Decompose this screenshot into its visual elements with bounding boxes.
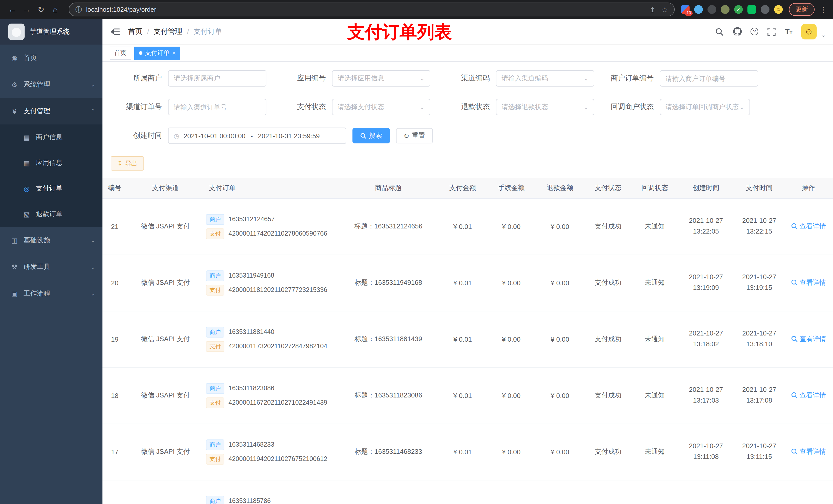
notify-status: 未通知 [632, 255, 677, 311]
bookmark-star-icon[interactable]: ☆ [662, 5, 668, 14]
sidebar-item-refund-order[interactable]: ▧ 退款订单 [0, 201, 102, 227]
extension-icon[interactable] [708, 5, 716, 14]
refund-status-select[interactable]: 请选择退款状态 ⌄ [496, 99, 594, 115]
notify-status-select[interactable]: 请选择订单回调商户状态 ⌄ [660, 99, 750, 115]
actions-cell: 查看详情 [784, 480, 833, 504]
pay-channel: 微信 JSAPI 支付 [127, 198, 204, 255]
pay-amount: ¥ 0.01 [438, 255, 487, 311]
share-icon[interactable]: ↥ [649, 5, 655, 14]
select-placeholder: 请选择订单回调商户状态 [665, 102, 739, 112]
actions-cell: 查看详情 [784, 367, 833, 424]
extension-icon[interactable] [694, 5, 703, 14]
channel-code-select[interactable]: 请输入渠道编码 ⌄ [496, 70, 594, 87]
extension-icon[interactable] [721, 5, 730, 14]
breadcrumb: 首页 / 支付管理 / 支付订单 [128, 27, 222, 36]
create-clock: 13:18:02 [679, 339, 733, 350]
view-detail-label: 查看详情 [800, 278, 826, 287]
breadcrumb-home[interactable]: 首页 [128, 27, 142, 36]
view-detail-link[interactable]: 查看详情 [791, 447, 826, 456]
title-value: 1635312124656 [374, 222, 422, 230]
sidebar-item-infra[interactable]: ◫ 基础设施 ⌄ [0, 227, 102, 254]
view-detail-link[interactable]: 查看详情 [791, 222, 826, 231]
pay-amount: ¥ 0.01 [438, 311, 487, 367]
sidebar-item-pay[interactable]: ¥ 支付管理 ⌃ [0, 98, 102, 124]
page-annotation: 支付订单列表 [347, 21, 452, 44]
chevron-down-icon: ⌄ [739, 103, 744, 111]
product-title: 标题：1635311881439 [338, 311, 438, 367]
user-avatar[interactable]: ☺ [801, 24, 817, 39]
breadcrumb-pay[interactable]: 支付管理 [154, 27, 182, 36]
sidebar-item-merchant-info[interactable]: ▤ 商户信息 [0, 124, 102, 150]
pay-clock: 13:11:15 [737, 452, 782, 462]
filter-label: 创建时间 [111, 131, 168, 140]
check-icon: ✓ [734, 5, 743, 14]
table-body: 21 微信 JSAPI 支付 商户 1635312124657 支付 [102, 198, 833, 504]
target-icon: ◎ [23, 185, 31, 192]
sidebar-item-devtools[interactable]: ⚒ 研发工具 ⌄ [0, 254, 102, 280]
browser-back-button[interactable]: ← [5, 2, 20, 17]
sidebar-logo[interactable]: 芋道管理系统 [0, 19, 102, 45]
merchant-select[interactable]: 请选择所属商户 [168, 70, 266, 87]
title-prefix: 标题： [355, 391, 375, 399]
sidebar-item-label: 商户信息 [36, 133, 63, 142]
close-icon[interactable]: × [172, 49, 176, 56]
create-date: 2021-10-27 [679, 272, 733, 283]
tag-pay-order[interactable]: 支付订单 × [134, 46, 180, 60]
font-size-icon[interactable]: TT [785, 28, 792, 35]
create-time-range-picker[interactable]: ◷ 2021-10-01 00:00:00 - 2021-10-31 23:59… [168, 127, 346, 144]
title-prefix: 标题： [355, 335, 375, 343]
address-bar[interactable]: ⓘ localhost:1024/pay/order ↥ ☆ [69, 3, 675, 16]
merchant-order-no-input[interactable] [660, 70, 758, 87]
channel-order-no: 4200001181202110277723215336 [229, 286, 327, 293]
browser-reload-button[interactable]: ↻ [34, 2, 48, 17]
pay-channel: 微信 JSAPI 支付 [127, 367, 204, 424]
search-button[interactable]: 搜索 [353, 128, 390, 143]
chrome-update-button[interactable]: 更新 [789, 3, 814, 16]
view-detail-link[interactable]: 查看详情 [791, 334, 826, 344]
sidebar-item-workflow[interactable]: ▣ 工作流程 ⌄ [0, 280, 102, 307]
browser-menu-icon[interactable]: ⋮ [819, 5, 828, 14]
view-detail-link[interactable]: 查看详情 [791, 391, 826, 400]
pay-amount: ¥ 0.01 [438, 424, 487, 480]
export-button[interactable]: ↧ 导出 [111, 156, 144, 171]
sidebar-item-label: 系统管理 [24, 80, 50, 89]
select-placeholder: 请选择应用信息 [338, 74, 420, 83]
product-title: 标题：1635311949168 [338, 255, 438, 311]
product-title: 标题： [338, 480, 438, 504]
sidebar-item-pay-order[interactable]: ◎ 支付订单 [0, 176, 102, 201]
search-icon[interactable] [715, 27, 724, 36]
github-icon[interactable] [733, 27, 742, 36]
sidebar-item-app-info[interactable]: ▦ 应用信息 [0, 150, 102, 176]
avatar-caret-icon[interactable]: ⌄ [821, 31, 826, 39]
sidebar-item-system[interactable]: ⚙ 系统管理 ⌄ [0, 71, 102, 98]
view-detail-link[interactable]: 查看详情 [791, 278, 826, 287]
tag-home[interactable]: 首页 [110, 46, 131, 60]
pay-time: 2021-10-27 13:22:15 [735, 198, 784, 255]
extension-icon[interactable]: 10 [681, 5, 690, 14]
merchant-tag: 商户 [206, 270, 224, 281]
browser-forward-button[interactable]: → [20, 2, 34, 17]
extension-icon[interactable] [747, 5, 756, 14]
title-prefix: 标题： [355, 279, 375, 286]
help-icon[interactable]: ? [751, 28, 758, 35]
fee-amount: ¥ 0.00 [487, 367, 536, 424]
fullscreen-icon[interactable] [767, 27, 776, 36]
clock-icon: ◷ [174, 132, 180, 140]
channel-order-no: 4200001174202110278060590766 [229, 230, 327, 237]
sidebar-toggle-icon[interactable] [110, 26, 121, 37]
site-info-icon[interactable]: ⓘ [75, 5, 82, 14]
extension-icon[interactable]: ✓ [734, 5, 743, 14]
table-row: 19 微信 JSAPI 支付 商户 1635311881440 支付 [102, 311, 833, 367]
app-select[interactable]: 请选择应用信息 ⌄ [332, 70, 430, 87]
pay-status-select[interactable]: 请选择支付状态 ⌄ [332, 99, 430, 115]
pin-icon[interactable] [761, 5, 769, 14]
browser-home-button[interactable]: ⌂ [48, 2, 63, 17]
profile-avatar-icon[interactable]: ☺ [774, 5, 783, 14]
font-size-small: T [790, 31, 792, 35]
create-time: 2021-10-27 13:17:03 [677, 367, 735, 424]
pay-channel [127, 480, 204, 504]
dashboard-icon: ◉ [10, 54, 19, 62]
sidebar-item-home[interactable]: ◉ 首页 [0, 45, 102, 71]
reset-button[interactable]: ↻ 重置 [396, 128, 433, 143]
channel-order-no-input[interactable] [168, 99, 266, 115]
